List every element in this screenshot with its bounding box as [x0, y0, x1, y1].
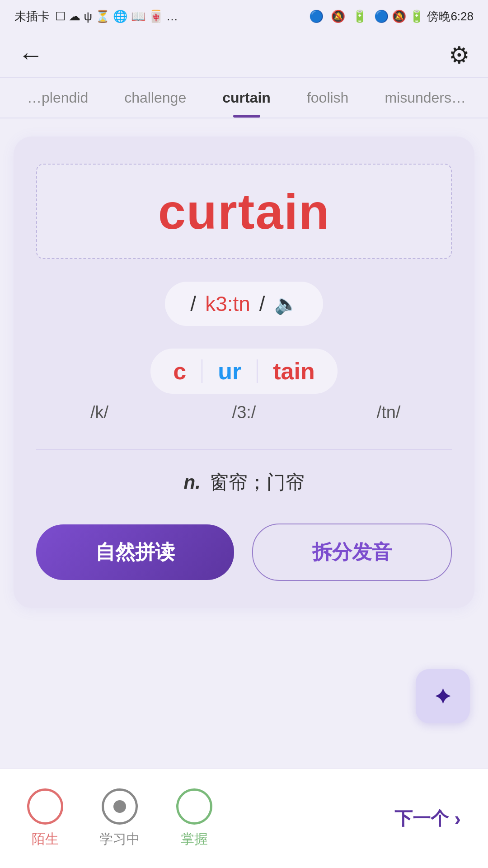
mute-icon: 🔕: [331, 9, 345, 24]
phoneme-row: /k/ /3:/ /tn/: [36, 403, 452, 422]
tab-splendid[interactable]: …plendid: [9, 78, 106, 118]
top-nav-bar: ← ⚙: [0, 33, 488, 78]
settings-button[interactable]: ⚙: [449, 42, 470, 69]
action-buttons: 自然拼读 拆分发音: [36, 524, 452, 581]
unfamiliar-circle: [27, 788, 63, 825]
status-right: 🔵 🔕 🔋 🔵 🔕 🔋 傍晚6:28: [309, 9, 474, 24]
word-card: curtain /k3:tn/ 🔈 c ur tain /k/ /3:/ /tn…: [14, 137, 474, 608]
phoneme-k: /k/: [36, 403, 163, 422]
status-carrier: 未插卡: [14, 9, 50, 24]
syllable-c[interactable]: c: [158, 358, 202, 385]
bottom-navigation: 陌生 学习中 掌握 下一个 ›: [0, 769, 488, 868]
sparkle-fab-button[interactable]: ✦: [416, 669, 470, 723]
card-divider: [36, 449, 452, 450]
natural-reading-button[interactable]: 自然拼读: [36, 524, 234, 580]
mastered-label: 掌握: [181, 830, 208, 849]
back-button[interactable]: ←: [18, 42, 43, 68]
syllable-ur[interactable]: ur: [202, 358, 257, 385]
status-left: 未插卡 ☐ ☁ ψ ⏳ 🌐 📖 🀄 …: [14, 9, 178, 24]
split-pronunciation-button[interactable]: 拆分发音: [252, 524, 452, 581]
phonetic-text: k3:tn: [205, 292, 250, 316]
main-word: curtain: [158, 183, 330, 240]
phoneme-tn: /tn/: [325, 403, 452, 422]
bluetooth-icon: 🔵: [309, 9, 324, 24]
definition-text: 窗帘；门帘: [210, 472, 305, 493]
word-definition: n. 窗帘；门帘: [184, 468, 305, 496]
tab-foolish[interactable]: foolish: [289, 78, 367, 118]
syllable-combined-pill: c ur tain: [150, 349, 337, 394]
status-icons: ☐ ☁ ψ ⏳ 🌐 📖 🀄 …: [55, 9, 178, 24]
phonetic-pill[interactable]: /k3:tn/ 🔈: [165, 282, 323, 326]
unfamiliar-label: 陌生: [32, 830, 59, 849]
sparkle-icon: ✦: [432, 682, 454, 711]
learning-label: 学习中: [99, 830, 140, 849]
tab-misunderstand[interactable]: misunders…: [366, 78, 484, 118]
next-button[interactable]: 下一个 ›: [394, 806, 461, 831]
phoneme-3: /3:/: [181, 403, 307, 422]
clock: 🔵 🔕 🔋 傍晚6:28: [374, 9, 474, 24]
part-of-speech: n.: [184, 472, 201, 493]
next-label: 下一个: [394, 806, 449, 831]
mastered-circle: [176, 788, 212, 825]
sound-icon[interactable]: 🔈: [274, 293, 298, 315]
tab-challenge[interactable]: challenge: [106, 78, 204, 118]
nav-item-learning[interactable]: 学习中: [99, 788, 140, 849]
phonetic-slash-open: /: [190, 292, 196, 316]
phonetic-slash-close: /: [259, 292, 265, 316]
battery-icon: 🔋: [352, 9, 367, 24]
tab-active-indicator: [233, 115, 260, 118]
syllable-tain[interactable]: tain: [258, 358, 330, 385]
syllable-row: c ur tain: [150, 349, 337, 394]
word-part-c: c: [158, 184, 187, 239]
word-part-ur: ur: [187, 184, 238, 239]
learning-circle: [102, 788, 138, 825]
word-part-tain: tain: [238, 184, 330, 239]
word-tabs: …plendid challenge curtain foolish misun…: [0, 78, 488, 118]
nav-item-mastered[interactable]: 掌握: [176, 788, 212, 849]
learning-dot: [113, 800, 126, 813]
status-bar: 未插卡 ☐ ☁ ψ ⏳ 🌐 📖 🀄 … 🔵 🔕 🔋 🔵 🔕 🔋 傍晚6:28: [0, 0, 488, 33]
nav-item-unfamiliar[interactable]: 陌生: [27, 788, 63, 849]
tab-curtain[interactable]: curtain: [204, 78, 289, 118]
word-display-area: curtain: [36, 164, 452, 259]
status-nav-group: 陌生 学习中 掌握: [27, 788, 212, 849]
next-arrow-icon: ›: [454, 807, 461, 830]
